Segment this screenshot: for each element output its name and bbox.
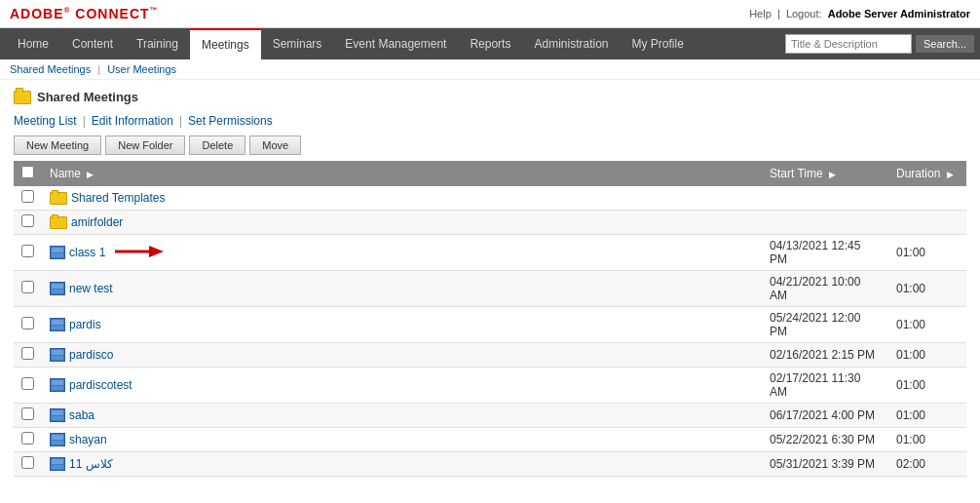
row-checkbox[interactable]	[21, 317, 34, 329]
svg-marker-1	[149, 246, 164, 257]
nav-reports[interactable]: Reports	[458, 29, 522, 58]
table-row: pardiscotest02/17/2021 11:30 AM01:00	[14, 368, 966, 404]
row-name-link[interactable]: pardisco	[69, 348, 113, 362]
meeting-room-icon	[50, 408, 65, 422]
row-checkbox-cell	[14, 343, 42, 368]
folder-title: Shared Meetings	[14, 90, 966, 104]
breadcrumb: Shared Meetings | User Meetings	[0, 59, 980, 80]
meeting-room-icon	[50, 282, 65, 295]
name-column-header[interactable]: Name ▶	[42, 161, 762, 186]
table-row: pardisco02/16/2021 2:15 PM01:00	[14, 343, 966, 368]
edit-information-link[interactable]: Edit Information	[92, 114, 173, 128]
table-row: saba06/17/2021 4:00 PM01:00	[14, 404, 966, 428]
row-checkbox-cell	[14, 235, 42, 271]
row-name-link[interactable]: Shared Templates	[71, 191, 166, 205]
row-checkbox[interactable]	[21, 347, 34, 360]
table-row: amirfolder	[14, 211, 966, 235]
logout-label: Logout:	[786, 8, 822, 19]
row-checkbox[interactable]	[21, 190, 34, 203]
breadcrumb-separator: |	[97, 63, 103, 75]
row-start-time: 05/24/2021 12:00 PM	[762, 307, 888, 343]
row-name-link[interactable]: amirfolder	[71, 215, 123, 229]
meeting-room-icon	[50, 348, 65, 362]
row-checkbox[interactable]	[21, 214, 34, 227]
table-row: کلاس 1105/31/2021 3:39 PM02:00	[14, 452, 966, 477]
meeting-room-icon	[50, 457, 65, 471]
nav-administration[interactable]: Administration	[522, 29, 620, 58]
row-name-link[interactable]: کلاس 11	[69, 457, 113, 471]
content-area: Shared Meetings Meeting List | Edit Info…	[0, 80, 980, 486]
row-name-link[interactable]: new test	[69, 282, 113, 295]
row-name-cell: shayan	[42, 428, 762, 452]
check-all-checkbox[interactable]	[21, 166, 34, 178]
meeting-room-icon	[50, 433, 65, 446]
nav-my-profile[interactable]: My Profile	[620, 29, 695, 58]
delete-button[interactable]: Delete	[189, 135, 245, 155]
row-checkbox[interactable]	[21, 407, 34, 420]
nav-seminars[interactable]: Seminars	[261, 29, 334, 58]
table-row: new test04/21/2021 10:00 AM01:00	[14, 271, 966, 307]
breadcrumb-shared-meetings[interactable]: Shared Meetings	[10, 63, 91, 75]
row-checkbox[interactable]	[21, 281, 34, 293]
header-right: Help | Logout: Adobe Server Administrato…	[749, 8, 970, 19]
row-start-time	[762, 186, 888, 211]
navbar: Home Content Training Meetings Seminars …	[0, 28, 980, 59]
row-name-link[interactable]: shayan	[69, 433, 107, 446]
folder-row-icon	[50, 216, 67, 229]
help-link[interactable]: Help	[749, 8, 772, 19]
nav-home[interactable]: Home	[6, 29, 60, 58]
red-arrow-icon	[115, 242, 164, 264]
search-area: Search...	[785, 34, 974, 54]
nav-meetings[interactable]: Meetings	[190, 28, 261, 59]
row-checkbox-cell	[14, 211, 42, 235]
row-start-time: 05/31/2021 3:39 PM	[762, 452, 888, 477]
row-checkbox-cell	[14, 186, 42, 211]
row-duration: 02:00	[888, 452, 966, 477]
breadcrumb-user-meetings[interactable]: User Meetings	[107, 63, 176, 75]
row-name-link[interactable]: pardiscotest	[69, 378, 132, 392]
row-duration: 01:00	[888, 307, 966, 343]
row-start-time: 06/17/2021 4:00 PM	[762, 404, 888, 428]
username: Adobe Server Administrator	[828, 8, 970, 19]
nav-event-management[interactable]: Event Management	[333, 29, 458, 58]
table-header-row: Name ▶ Start Time ▶ Duration ▶	[14, 161, 966, 186]
row-checkbox[interactable]	[21, 245, 34, 257]
row-duration	[888, 211, 966, 235]
check-all-header	[14, 161, 42, 186]
table-row: pardis05/24/2021 12:00 PM01:00	[14, 307, 966, 343]
meeting-room-icon	[50, 378, 65, 392]
meeting-room-icon	[50, 318, 65, 331]
row-start-time: 02/17/2021 11:30 AM	[762, 368, 888, 404]
row-duration	[888, 186, 966, 211]
new-meeting-button[interactable]: New Meeting	[14, 135, 101, 155]
row-name-cell: new test	[42, 271, 762, 307]
row-checkbox-cell	[14, 428, 42, 452]
row-duration: 01:00	[888, 404, 966, 428]
row-checkbox-cell	[14, 404, 42, 428]
row-checkbox[interactable]	[21, 377, 34, 390]
set-permissions-link[interactable]: Set Permissions	[188, 114, 273, 128]
row-duration: 01:00	[888, 428, 966, 452]
table-body: Shared Templatesamirfolderclass 1 04/13/…	[14, 186, 966, 477]
row-checkbox[interactable]	[21, 432, 34, 445]
row-name-link[interactable]: saba	[69, 408, 94, 422]
row-duration: 01:00	[888, 368, 966, 404]
nav-training[interactable]: Training	[125, 29, 190, 58]
table-row: shayan05/22/2021 6:30 PM01:00	[14, 428, 966, 452]
meeting-list-link[interactable]: Meeting List	[14, 114, 77, 128]
nav-content[interactable]: Content	[60, 29, 125, 58]
sep2: |	[179, 114, 182, 128]
search-input[interactable]	[785, 34, 912, 54]
move-button[interactable]: Move	[249, 135, 301, 155]
new-folder-button[interactable]: New Folder	[105, 135, 185, 155]
row-checkbox-cell	[14, 307, 42, 343]
meeting-table: Name ▶ Start Time ▶ Duration ▶ Shared Te…	[14, 161, 966, 477]
row-checkbox-cell	[14, 368, 42, 404]
start-time-column-header[interactable]: Start Time ▶	[762, 161, 888, 186]
row-name-link[interactable]: class 1	[69, 246, 105, 259]
search-button[interactable]: Search...	[916, 35, 974, 53]
row-checkbox[interactable]	[21, 456, 34, 469]
row-name-link[interactable]: pardis	[69, 318, 101, 331]
row-checkbox-cell	[14, 271, 42, 307]
duration-column-header[interactable]: Duration ▶	[888, 161, 966, 186]
